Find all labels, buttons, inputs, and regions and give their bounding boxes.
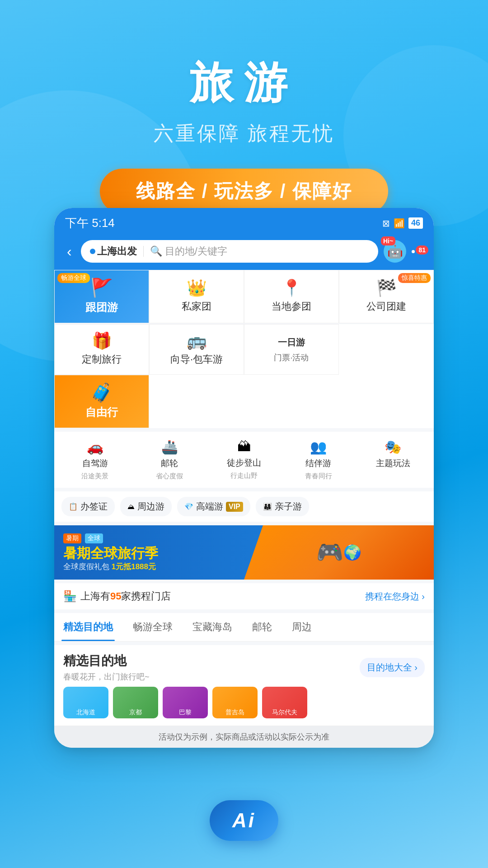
theme-label: 主题玩法 <box>376 458 410 469</box>
signal-icon: ⊠ <box>382 218 390 229</box>
promo-text-area: 暑期 全球 暑期全球旅行季 全球度假礼包 1元抵1888元 <box>63 533 158 572</box>
category-cruise[interactable]: 🚢 邮轮 省心度假 <box>132 437 207 482</box>
search-bar[interactable]: 上海出发 🔍 目的地/关键字 <box>81 240 378 263</box>
service-luxury[interactable]: 💎 高端游 VIP <box>177 497 250 516</box>
nav-avatar[interactable]: 🤖 Hi~ <box>384 240 406 263</box>
location-dot <box>90 249 95 254</box>
tab-cruise[interactable]: 邮轮 <box>250 613 274 641</box>
tab-nearby[interactable]: 周边 <box>290 613 314 641</box>
promo-discount-text: 1元抵1888元 <box>112 562 156 571</box>
promo-decoration: 🎮 🌍 <box>244 525 434 580</box>
private-tour-label: 私家团 <box>182 300 211 313</box>
cruise-label: 邮轮 <box>161 458 178 469</box>
corp-tour-label: 公司团建 <box>366 300 406 313</box>
promo-main-text: 暑期全球旅行季 <box>63 545 158 561</box>
group-tour-icon: 🚩 <box>90 278 113 297</box>
promo-gift-text: 全球度假礼包 <box>63 562 109 571</box>
store-icon: 🏪 <box>63 590 77 603</box>
category-guide-tour[interactable]: 🚌 向导·包车游 <box>149 324 244 375</box>
dest-thumb-4[interactable]: 普吉岛 <box>212 687 258 718</box>
promo-image-banner[interactable]: 暑期 全球 暑期全球旅行季 全球度假礼包 1元抵1888元 🎮 🌍 <box>54 525 434 580</box>
category-corp-tour[interactable]: 惊喜特惠 🏁 公司团建 <box>339 270 434 323</box>
category-companion[interactable]: 👥 结伴游 青春同行 <box>281 437 356 482</box>
search-divider <box>143 246 144 257</box>
content-tabs: 精选目的地 畅游全球 宝藏海岛 邮轮 周边 <box>54 613 434 642</box>
luxury-label: 高端游 <box>196 500 223 513</box>
category-day-tour[interactable]: 一日游 门票·活动 <box>244 324 339 375</box>
hiking-label: 徒步登山 <box>227 457 261 469</box>
nav-more-button[interactable]: 81 <box>412 250 425 253</box>
destination-more-button[interactable]: 目的地大全 › <box>360 658 425 677</box>
category-custom-travel[interactable]: 🎁 定制旅行 <box>54 324 149 375</box>
self-drive-icon: 🚗 <box>87 439 103 455</box>
cat-badge-global: 畅游全球 <box>57 273 90 283</box>
corp-tour-badge: 惊喜特惠 <box>398 273 431 283</box>
avatar-icon: 🤖 <box>387 244 403 259</box>
promo-top-tag: 暑期 <box>63 533 81 543</box>
back-button[interactable]: ‹ <box>63 241 75 262</box>
category-hiking[interactable]: 🏔 徒步登山 行走山野 <box>207 437 282 482</box>
free-travel-label: 自由行 <box>85 405 118 420</box>
small-categories-row: 🚗 自驾游 沿途美景 🚢 邮轮 省心度假 🏔 徒步登山 行走山野 👥 结伴游 青… <box>54 432 434 488</box>
dest-thumb-5[interactable]: 马尔代夫 <box>262 687 307 718</box>
tab-island[interactable]: 宝藏海岛 <box>191 613 234 641</box>
wifi-icon: 📶 <box>394 218 405 229</box>
hiking-sublabel: 行走山野 <box>230 472 258 480</box>
category-group-tour[interactable]: 畅游全球 🚩 跟团游 <box>54 270 149 323</box>
custom-travel-label: 定制旅行 <box>82 353 122 366</box>
self-drive-sublabel: 沿途美景 <box>81 472 108 481</box>
service-visa[interactable]: 📋 办签证 <box>61 497 115 516</box>
dest-thumb-1[interactable]: 北海道 <box>63 687 108 718</box>
category-self-drive[interactable]: 🚗 自驾游 沿途美景 <box>58 437 132 482</box>
nav-right: 🤖 Hi~ 81 <box>384 240 425 263</box>
origin-text: 上海出发 <box>97 245 137 258</box>
destination-more-label: 目的地大全 › <box>367 661 418 674</box>
store-city: 上海 <box>80 590 100 602</box>
category-private-tour[interactable]: 👑 私家团 <box>149 270 244 323</box>
local-tour-label: 当地参团 <box>272 300 311 313</box>
dest-thumb-2[interactable]: 京都 <box>113 687 158 718</box>
nearby-icon: ⛰ <box>127 503 135 511</box>
category-local-tour[interactable]: 📍 当地参团 <box>244 270 339 323</box>
app-content: 畅游全球 🚩 跟团游 👑 私家团 📍 当地参团 惊喜特惠 🏁 公司团建 <box>54 270 434 748</box>
dest-thumb-placeholder-1: 北海道 <box>63 687 108 718</box>
guide-tour-icon: 🚌 <box>187 333 207 349</box>
service-nearby[interactable]: ⛰ 周边游 <box>120 497 172 516</box>
dest-thumb-placeholder-5: 马尔代夫 <box>262 687 307 718</box>
hi-badge: Hi~ <box>381 236 395 245</box>
store-link[interactable]: 携程在您身边 › <box>365 590 425 603</box>
destination-section-title: 精选目的地 <box>63 652 150 670</box>
ai-button[interactable]: Ai <box>210 800 278 841</box>
search-origin: 上海出发 <box>90 245 137 258</box>
dest-thumb-placeholder-3: 巴黎 <box>163 687 208 718</box>
service-family[interactable]: 👨‍👩‍👧 亲子游 <box>256 497 309 516</box>
destination-header: 精选目的地 春暖花开，出门旅行吧~ 目的地大全 › <box>63 652 425 682</box>
promo-sub-text: 全球度假礼包 1元抵1888元 <box>63 561 158 572</box>
page-subtitle: 六重保障 旅程无忧 <box>0 120 488 147</box>
search-icon: 🔍 <box>150 245 162 257</box>
dest-thumb-3[interactable]: 巴黎 <box>163 687 208 718</box>
self-drive-label: 自驾游 <box>82 458 108 469</box>
nav-bar: ‹ 上海出发 🔍 目的地/关键字 🤖 Hi~ <box>54 235 434 270</box>
tab-selected-dest[interactable]: 精选目的地 <box>61 613 115 641</box>
vip-badge: VIP <box>226 502 243 512</box>
category-theme[interactable]: 🎭 主题玩法 <box>356 437 430 482</box>
hiking-icon: 🏔 <box>237 439 251 454</box>
store-info: 🏪 上海有95家携程门店 携程在您身边 › <box>54 583 434 609</box>
promo-decoration-text2: 🌍 <box>343 544 361 561</box>
cruise-icon: 🚢 <box>161 439 178 455</box>
store-left: 🏪 上海有95家携程门店 <box>63 590 171 603</box>
theme-icon: 🎭 <box>385 439 401 455</box>
dest-thumb-placeholder-4: 普吉岛 <box>212 687 258 718</box>
store-text: 上海有95家携程门店 <box>80 590 171 603</box>
phone-mockup: 下午 5:14 ⊠ 📶 46 ‹ 上海出发 🔍 目的地/关键字 🤖 Hi~ <box>54 208 434 748</box>
search-placeholder: 目的地/关键字 <box>165 245 227 258</box>
luxury-icon: 💎 <box>184 502 193 511</box>
notification-badge: 81 <box>416 245 428 255</box>
companion-sublabel: 青春同行 <box>305 472 332 481</box>
store-link-text: 携程在您身边 › <box>365 590 425 603</box>
category-free-travel[interactable]: 🧳 自由行 <box>54 375 149 428</box>
tab-global[interactable]: 畅游全球 <box>131 613 174 641</box>
private-tour-icon: 👑 <box>187 280 207 296</box>
destination-thumbnails: 北海道 京都 巴黎 普吉岛 马尔代夫 <box>63 687 425 718</box>
